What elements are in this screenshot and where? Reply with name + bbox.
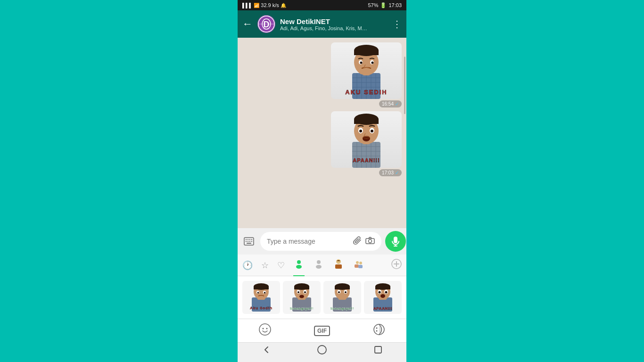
svg-point-61 xyxy=(336,259,341,264)
tab-person2[interactable] xyxy=(313,257,324,273)
nav-back[interactable] xyxy=(261,345,271,357)
nav-bar xyxy=(238,342,406,362)
svg-rect-66 xyxy=(358,265,363,268)
svg-text:D: D xyxy=(264,20,270,29)
svg-rect-17 xyxy=(354,50,379,55)
svg-rect-54 xyxy=(394,237,397,243)
svg-point-109 xyxy=(385,291,388,294)
tab-hearts[interactable]: ♡ xyxy=(277,259,285,272)
svg-point-87 xyxy=(297,291,299,293)
svg-point-38 xyxy=(359,130,362,132)
group-members: Adi, Adi, Agus, Fino, Josina, Kris, Muha… xyxy=(280,25,370,31)
message-1: AKU SEDIH 16:54 ✓ xyxy=(242,42,402,107)
status-bar: ▌▌▌ 📶 32.9 k/s 🔔 57% 🔋 17:03 xyxy=(238,0,406,10)
sticker-item-1[interactable]: Aku Sedih xyxy=(242,281,280,314)
svg-point-60 xyxy=(316,265,322,269)
svg-rect-51 xyxy=(247,243,251,244)
svg-text:Senangnya!!!: Senangnya!!! xyxy=(330,307,354,311)
tab-person4[interactable] xyxy=(353,257,364,273)
svg-rect-95 xyxy=(335,287,350,289)
svg-text:APAAN!!!: APAAN!!! xyxy=(373,306,392,311)
keyboard-bottom-bar: GIF xyxy=(238,319,406,342)
sticker-tabs: 🕐 ☆ ♡ xyxy=(238,255,406,276)
sticker-item-2[interactable]: Senangnya!!! xyxy=(283,281,321,314)
group-avatar: D xyxy=(257,15,275,33)
clock: 17:03 xyxy=(388,2,402,8)
svg-point-58 xyxy=(296,265,302,269)
svg-point-88 xyxy=(304,291,306,293)
tab-add[interactable] xyxy=(391,258,402,272)
svg-point-108 xyxy=(379,291,381,294)
svg-point-117 xyxy=(376,330,377,331)
svg-point-98 xyxy=(338,291,340,293)
svg-rect-48 xyxy=(248,241,248,242)
notification-icon: 🔔 xyxy=(281,3,286,8)
svg-point-21 xyxy=(372,62,374,64)
sticker-item-4[interactable]: APAAN!!! xyxy=(364,281,402,314)
svg-point-65 xyxy=(359,262,362,264)
mic-button[interactable] xyxy=(385,231,406,252)
svg-point-116 xyxy=(376,327,377,329)
svg-point-118 xyxy=(318,346,326,354)
nav-home[interactable] xyxy=(317,345,327,357)
tab-favorites[interactable]: ☆ xyxy=(261,259,269,272)
attach-button[interactable] xyxy=(353,236,362,247)
svg-point-39 xyxy=(371,130,373,132)
emoji-button[interactable] xyxy=(259,323,271,338)
svg-text:Aku Sedih: Aku Sedih xyxy=(250,306,272,310)
tick-icon-2: ✓ xyxy=(395,170,399,175)
svg-rect-43 xyxy=(246,239,247,240)
sticker-image-2[interactable]: APAAN!!! xyxy=(331,111,402,168)
sticker-image-1[interactable]: AKU SEDIH xyxy=(331,42,402,99)
message-2: APAAN!!! 17:03 ✓ xyxy=(242,111,402,176)
sticker-item-3[interactable]: Senangnya!!! xyxy=(323,281,361,314)
svg-rect-105 xyxy=(375,287,390,289)
camera-button[interactable] xyxy=(365,237,375,247)
battery-level: 57% xyxy=(368,2,378,8)
svg-text:APAAN!!!: APAAN!!! xyxy=(353,157,380,163)
svg-text:Senangnya!!!: Senangnya!!! xyxy=(290,307,314,311)
svg-point-20 xyxy=(360,62,363,64)
scroll-handle[interactable] xyxy=(404,57,405,114)
menu-button[interactable]: ⋮ xyxy=(392,18,402,30)
nav-recents[interactable] xyxy=(373,345,383,357)
sticker-bubble-2: APAAN!!! 17:03 ✓ xyxy=(331,111,402,176)
group-name: New DetikINET xyxy=(280,17,388,25)
gif-button[interactable]: GIF xyxy=(314,326,330,336)
svg-rect-84 xyxy=(294,287,309,289)
sticker-grid: Aku Sedih Senangnya!!! xyxy=(238,276,406,319)
status-bar-left: ▌▌▌ 📶 32.9 k/s 🔔 xyxy=(242,2,286,8)
svg-point-78 xyxy=(264,292,266,294)
back-button[interactable]: ← xyxy=(242,18,253,30)
svg-point-89 xyxy=(299,295,304,298)
svg-rect-46 xyxy=(251,239,252,240)
svg-point-59 xyxy=(317,260,321,264)
battery-icon: 🔋 xyxy=(380,2,387,8)
tab-person1[interactable] xyxy=(293,257,305,273)
signal-icon: ▌▌▌ xyxy=(242,3,252,8)
svg-point-57 xyxy=(297,260,301,264)
group-info: New DetikINET Adi, Adi, Agus, Fino, Josi… xyxy=(280,17,388,31)
svg-point-113 xyxy=(263,328,264,329)
tab-recent[interactable]: 🕐 xyxy=(242,259,253,272)
svg-point-63 xyxy=(356,261,359,264)
tab-person3[interactable] xyxy=(333,257,344,273)
sticker-panel: 🕐 ☆ ♡ xyxy=(238,255,406,319)
svg-point-114 xyxy=(266,328,268,329)
svg-text:AKU SEDIH: AKU SEDIH xyxy=(345,89,388,96)
svg-rect-49 xyxy=(249,241,250,242)
svg-rect-74 xyxy=(254,287,269,289)
sticker-bubble-1: AKU SEDIH 16:54 ✓ xyxy=(331,42,402,107)
svg-point-110 xyxy=(380,294,385,298)
message-time-2: 17:03 ✓ xyxy=(379,169,402,176)
chat-header: ← D New DetikINET Adi, Adi, Agus, Fino, … xyxy=(238,10,406,38)
chat-area: AKU SEDIH 16:54 ✓ xyxy=(238,38,406,228)
svg-rect-64 xyxy=(355,264,359,268)
message-input-box xyxy=(260,232,381,251)
svg-rect-50 xyxy=(251,241,252,242)
sticker-icon-bottom[interactable] xyxy=(373,323,385,338)
phone-container: ▌▌▌ 📶 32.9 k/s 🔔 57% 🔋 17:03 ← D New Det… xyxy=(238,0,406,362)
message-input[interactable] xyxy=(267,238,349,245)
svg-rect-119 xyxy=(375,346,381,353)
keyboard-button[interactable] xyxy=(241,234,256,249)
